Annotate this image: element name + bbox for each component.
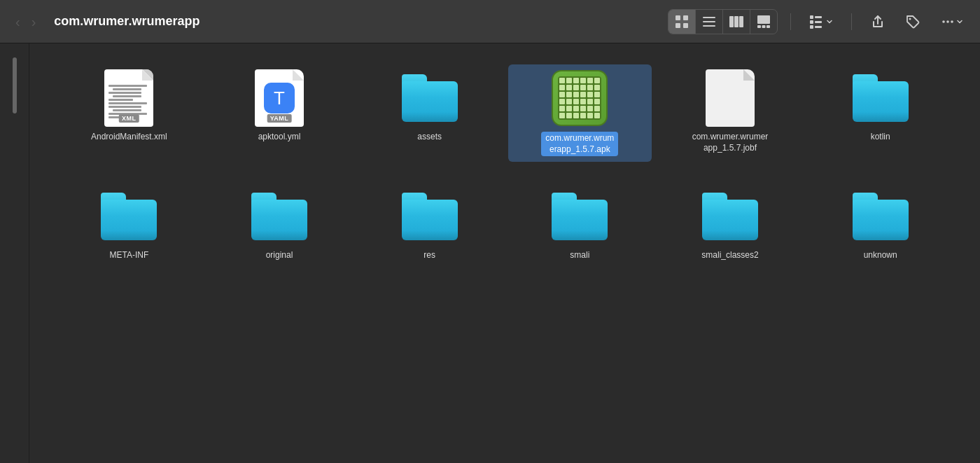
folder-icon-assets: [402, 74, 458, 122]
svg-point-20: [909, 18, 911, 20]
view-list-button[interactable]: [696, 10, 723, 34]
svg-rect-1: [683, 15, 688, 20]
sidebar-scrollbar[interactable]: [13, 57, 17, 113]
file-item-original[interactable]: original: [208, 183, 351, 267]
more-button[interactable]: [934, 10, 969, 34]
file-icon-unknown: [853, 188, 909, 244]
file-label-kotlin: kotlin: [871, 132, 890, 143]
svg-rect-15: [810, 20, 813, 24]
back-button[interactable]: ‹: [11, 12, 24, 32]
view-mode-group: [668, 9, 778, 34]
svg-rect-10: [757, 15, 770, 24]
file-item-android-manifest[interactable]: XML AndroidManifest.xml: [57, 64, 201, 162]
svg-rect-7: [729, 16, 734, 27]
file-label-jobf: com.wrumer.wrumerapp_1.5.7.jobf: [692, 132, 769, 153]
yaml-tool-symbol: T: [264, 83, 295, 113]
file-item-assets[interactable]: assets: [358, 64, 501, 162]
file-label-apktool-yml: apktool.yml: [258, 132, 301, 143]
folder-icon-res: [402, 193, 458, 240]
svg-point-21: [942, 20, 945, 23]
file-label-unknown: unknown: [864, 250, 897, 261]
toolbar-sep-1: [790, 13, 791, 30]
plain-file-icon: [706, 69, 755, 127]
file-item-smali[interactable]: smali: [508, 183, 652, 267]
file-item-apk[interactable]: com.wrumer.wrumerapp_1.5.7.apk: [508, 64, 652, 162]
svg-rect-14: [810, 15, 813, 19]
sidebar: [0, 43, 29, 463]
svg-rect-17: [815, 16, 822, 18]
svg-rect-12: [762, 25, 766, 28]
svg-rect-6: [703, 25, 715, 27]
file-label-assets: assets: [417, 132, 442, 143]
file-item-smali-classes2[interactable]: smali_classes2: [659, 183, 802, 267]
file-item-unknown[interactable]: unknown: [808, 183, 952, 267]
file-label-smali-classes2: smali_classes2: [701, 250, 758, 261]
file-icon-jobf: [702, 70, 758, 126]
file-label-smali: smali: [570, 250, 589, 261]
file-label-res: res: [424, 250, 435, 261]
file-icon-apk: [552, 70, 608, 126]
svg-rect-3: [683, 23, 688, 28]
main-area: XML AndroidManifest.xml T YAML apktool.y…: [0, 43, 980, 463]
folder-icon-meta-inf: [101, 193, 157, 240]
file-icon-meta-inf: [101, 188, 157, 244]
file-item-kotlin[interactable]: kotlin: [808, 64, 952, 162]
file-icon-res: [402, 188, 458, 244]
file-item-meta-inf[interactable]: META-INF: [57, 183, 201, 267]
toolbar: ‹ › com.wrumer.wrumerapp: [0, 0, 980, 43]
path-title: com.wrumer.wrumerapp: [54, 14, 200, 29]
file-item-apktool-yml[interactable]: T YAML apktool.yml: [208, 64, 351, 162]
apk-file-icon: [552, 70, 608, 126]
file-icon-smali: [552, 188, 608, 244]
svg-point-22: [946, 20, 949, 23]
file-item-res[interactable]: res: [358, 183, 501, 267]
xml-file-icon: XML: [104, 69, 153, 127]
file-icon-original: [251, 188, 307, 244]
svg-rect-0: [676, 15, 680, 20]
share-button[interactable]: [864, 10, 891, 34]
svg-rect-5: [703, 21, 715, 22]
view-gallery-button[interactable]: [750, 10, 777, 34]
svg-rect-8: [734, 16, 738, 27]
toolbar-sep-2: [851, 13, 852, 30]
folder-icon-unknown: [853, 193, 909, 240]
file-icon-kotlin: [853, 70, 909, 126]
svg-rect-18: [815, 21, 822, 23]
svg-rect-9: [739, 16, 743, 27]
yaml-file-icon: T YAML: [255, 69, 304, 127]
file-icon-android-manifest: XML: [101, 70, 157, 126]
svg-rect-16: [810, 25, 813, 29]
svg-point-23: [951, 20, 953, 23]
svg-rect-4: [703, 17, 715, 18]
file-label-apk: com.wrumer.wrumerapp_1.5.7.apk: [541, 132, 618, 156]
svg-rect-19: [815, 26, 822, 28]
file-grid: XML AndroidManifest.xml T YAML apktool.y…: [57, 64, 952, 267]
file-label-meta-inf: META-INF: [109, 250, 148, 261]
folder-icon-smali: [552, 193, 608, 240]
view-grid-button[interactable]: [668, 10, 696, 34]
file-content: XML AndroidManifest.xml T YAML apktool.y…: [29, 43, 980, 463]
tag-button[interactable]: [899, 10, 926, 34]
folder-icon-original: [251, 193, 307, 240]
folder-icon-kotlin: [853, 74, 909, 122]
file-icon-smali-classes2: [702, 188, 758, 244]
svg-rect-2: [676, 23, 680, 28]
file-icon-assets: [402, 70, 458, 126]
file-icon-apktool-yml: T YAML: [251, 70, 307, 126]
folder-icon-smali-classes2: [702, 193, 758, 240]
svg-rect-13: [766, 25, 770, 28]
file-item-jobf[interactable]: com.wrumer.wrumerapp_1.5.7.jobf: [659, 64, 802, 162]
file-label-original: original: [266, 250, 293, 261]
nav-buttons: ‹ ›: [11, 12, 40, 32]
svg-rect-11: [757, 25, 761, 28]
forward-button[interactable]: ›: [27, 12, 41, 32]
file-label-android-manifest: AndroidManifest.xml: [91, 132, 167, 143]
view-columns-button[interactable]: [723, 10, 750, 34]
group-by-button[interactable]: [804, 10, 839, 34]
